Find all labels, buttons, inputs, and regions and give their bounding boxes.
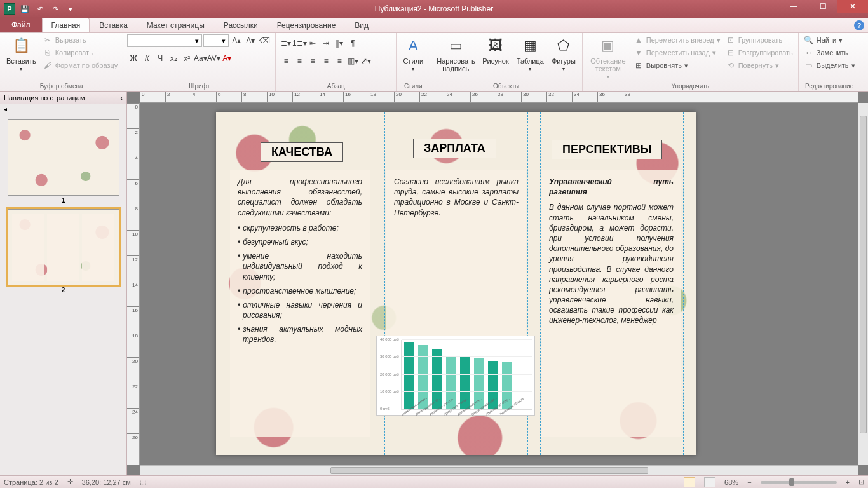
pilcrow-icon[interactable]: ¶ [346, 37, 359, 50]
salary-chart[interactable]: 0 руб10 000 руб20 000 руб30 000 руб40 00… [376, 336, 535, 416]
canvas[interactable]: 02468101214161820222426283032343638 0246… [127, 92, 868, 475]
table-button[interactable]: ▦Таблица▾ [514, 34, 546, 73]
format-painter-button[interactable]: 🖌Формат по образцу [41, 60, 119, 71]
grow-font-icon[interactable]: A▴ [230, 34, 243, 47]
zoom-fit-icon[interactable]: ⊡ [858, 478, 864, 486]
scroll-thumb[interactable] [330, 467, 648, 474]
font-size-combo[interactable]: ▾ [203, 34, 229, 47]
undo-icon[interactable]: ↶ [33, 2, 47, 16]
zoom-level[interactable]: 68% [724, 478, 738, 486]
underline-icon[interactable]: Ч [154, 52, 166, 65]
app-icon[interactable]: P [3, 2, 17, 16]
zoom-slider[interactable] [761, 481, 837, 484]
shapes-button[interactable]: ⬠Фигуры▾ [549, 34, 578, 73]
text-direction-icon[interactable]: ⤢▾ [360, 55, 372, 67]
align-left-icon[interactable]: ≡ [280, 55, 292, 67]
line-spacing-icon[interactable]: ‖▾ [333, 37, 346, 50]
close-button[interactable]: ✕ [837, 0, 868, 13]
font-family-combo[interactable]: ▾ [127, 34, 202, 47]
wrap-text-button[interactable]: ▣Обтекание текстом▾ [587, 34, 630, 81]
bold-icon[interactable]: Ж [127, 52, 140, 65]
justify-icon[interactable]: ≡ [320, 55, 332, 67]
increase-indent-icon[interactable]: ⇥ [320, 37, 332, 50]
group-button[interactable]: ⊡Группировать [724, 34, 794, 46]
distribute-icon[interactable]: ≡ [333, 55, 346, 67]
tab-page-layout[interactable]: Макет страницы [137, 18, 214, 32]
collapse-icon[interactable]: ‹ [120, 94, 123, 102]
subscript-icon[interactable]: x₂ [167, 52, 180, 65]
wrap-icon: ▣ [598, 36, 618, 56]
bring-forward-button[interactable]: ▲Переместить вперед ▾ [632, 34, 722, 46]
save-icon[interactable]: 💾 [18, 2, 32, 16]
list-item: умение находить индивидуальный подход к … [243, 251, 362, 282]
ribbon: 📋 Вставить ▾ ✂Вырезать ⎘Копировать 🖌Форм… [0, 33, 868, 92]
columns-icon[interactable]: ▥▾ [346, 55, 359, 67]
copy-button[interactable]: ⎘Копировать [41, 47, 119, 58]
text-fill-icon[interactable]: A▾ [220, 52, 233, 65]
bullets-icon[interactable]: ≣▾ [280, 37, 292, 50]
align-right-icon[interactable]: ≡ [306, 55, 319, 67]
decrease-indent-icon[interactable]: ⇤ [306, 37, 319, 50]
char-spacing-icon[interactable]: AV▾ [207, 52, 220, 65]
col2-body[interactable]: Согласно исследованиям рынка труда, самы… [386, 170, 526, 336]
file-tab[interactable]: Файл [0, 17, 42, 32]
col2-title[interactable]: ЗАРПЛАТА [413, 139, 496, 158]
cut-button[interactable]: ✂Вырезать [41, 34, 119, 46]
find-icon: 🔍 [804, 35, 814, 45]
status-page[interactable]: Страница: 2 из 2 [4, 478, 58, 486]
tab-mailings[interactable]: Рассылки [214, 18, 268, 32]
document-page[interactable]: КАЧЕСТВА Для профессионального выполнени… [216, 112, 696, 455]
status-bar: Страница: 2 из 2 ✛ 36,20; 12,27 см ⬚ 68%… [0, 475, 868, 488]
zoom-thumb[interactable] [789, 478, 794, 486]
numbering-icon[interactable]: 1≣▾ [293, 37, 306, 50]
col1-body[interactable]: Для профессионального выполнения обязанн… [230, 170, 370, 437]
tab-insert[interactable]: Вставка [90, 18, 137, 32]
group-label-paragraph: Абзац [280, 82, 392, 91]
italic-icon[interactable]: К [140, 52, 153, 65]
scrollbar-vertical[interactable] [858, 103, 868, 465]
ungroup-button[interactable]: ⊟Разгруппировать [724, 47, 794, 58]
col3-title[interactable]: ПЕРСПЕКТИВЫ [552, 140, 662, 159]
send-backward-button[interactable]: ▼Переместить назад ▾ [632, 47, 722, 58]
col3-body[interactable]: Управленческий путь развития В данном сл… [541, 170, 681, 437]
nav-expand-icon[interactable]: ◂ [0, 104, 126, 114]
zoom-in-icon[interactable]: + [846, 478, 850, 486]
view-two-page-icon[interactable] [704, 477, 715, 487]
shrink-font-icon[interactable]: A▾ [244, 34, 257, 47]
align-button[interactable]: ⊞Выровнять ▾ [632, 60, 722, 71]
clear-format-icon[interactable]: ⌫ [258, 34, 271, 47]
select-button[interactable]: ▭Выделить ▾ [803, 60, 857, 71]
view-single-icon[interactable] [684, 477, 695, 487]
paste-label: Вставить [6, 57, 36, 65]
ruler-horizontal[interactable]: 02468101214161820222426283032343638 [140, 92, 858, 103]
scrollbar-horizontal[interactable] [140, 465, 858, 475]
textbox-button[interactable]: ▭Нарисовать надпись [434, 34, 477, 74]
align-center-icon[interactable]: ≡ [293, 55, 306, 67]
paste-button[interactable]: 📋 Вставить ▾ [4, 34, 39, 73]
guide [683, 112, 684, 455]
page-thumb-2[interactable]: 2 [8, 209, 119, 294]
scroll-thumb[interactable] [860, 116, 867, 433]
maximize-button[interactable]: ☐ [808, 0, 837, 13]
qat-dropdown-icon[interactable]: ▾ [64, 2, 78, 16]
picture-button[interactable]: 🖼Рисунок [480, 34, 512, 66]
replace-icon: ↔ [804, 48, 814, 58]
zoom-out-icon[interactable]: − [747, 478, 751, 486]
redo-icon[interactable]: ↷ [48, 2, 62, 16]
tab-review[interactable]: Рецензирование [268, 18, 346, 32]
tab-view[interactable]: Вид [345, 18, 378, 32]
group-styles: A Стили▾ Стили [397, 33, 430, 91]
ruler-vertical[interactable]: 02468101214161820222426 [127, 103, 140, 465]
page-thumb-1[interactable]: 1 [8, 119, 119, 204]
quick-access-toolbar: P 💾 ↶ ↷ ▾ [0, 2, 78, 16]
col1-title[interactable]: КАЧЕСТВА [261, 142, 343, 162]
rotate-button[interactable]: ⟲Повернуть ▾ [724, 60, 794, 71]
styles-button[interactable]: A Стили▾ [400, 34, 426, 73]
help-icon[interactable]: ? [854, 20, 864, 30]
change-case-icon[interactable]: Aa▾ [194, 52, 207, 65]
replace-button[interactable]: ↔Заменить [803, 47, 857, 58]
tab-home[interactable]: Главная [42, 18, 90, 32]
superscript-icon[interactable]: x² [180, 52, 193, 65]
minimize-button[interactable]: — [779, 0, 808, 13]
find-button[interactable]: 🔍Найти ▾ [803, 34, 857, 46]
